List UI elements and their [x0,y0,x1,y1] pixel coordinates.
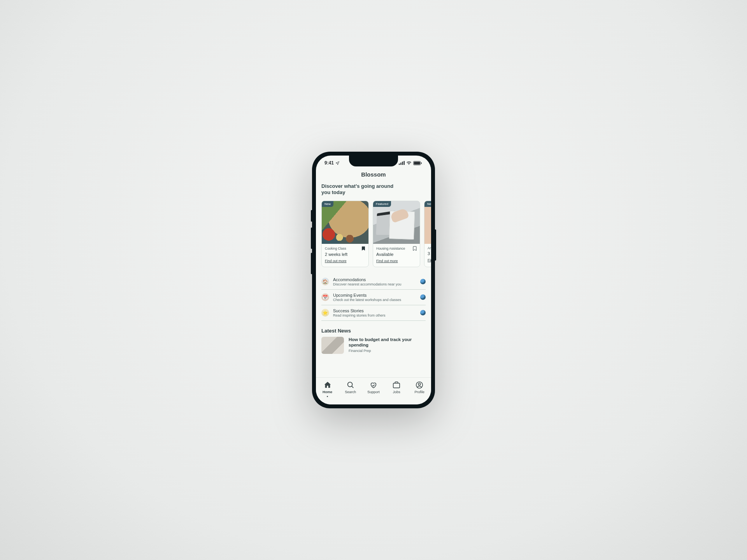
svg-line-8 [352,386,353,388]
tab-home[interactable]: Home [318,381,337,397]
profile-icon [415,381,424,389]
tab-label: Support [367,390,380,394]
news-image [321,337,344,354]
featured-carousel[interactable]: New Cooking Class 2 weeks left Find out … [321,201,431,267]
tab-search[interactable]: Search [341,381,360,394]
card-label: Housing Assistance [376,247,405,250]
phone-frame: 9:41 Blossom Discover what's going aroun… [312,152,435,408]
svg-rect-3 [404,161,405,165]
news-category: Financial Prep [349,349,426,353]
content[interactable]: Blossom Discover what's going around you… [316,170,431,377]
news-title: How to budget and track your spending [349,337,426,348]
svg-rect-5 [414,161,420,164]
tab-label: Search [345,390,356,394]
heart-hands-icon [369,381,378,389]
wifi-icon [406,161,412,165]
link-title: Accommodations [333,277,416,282]
card-label: Cooking Class [325,247,346,250]
bookmark-icon[interactable] [413,246,417,251]
svg-rect-0 [399,164,400,165]
tab-jobs[interactable]: Jobs [387,381,406,394]
link-subtitle: Read inspiring stories from others [333,313,416,317]
link-title: Success Stories [333,308,416,313]
latest-news-heading: Latest News [321,328,426,334]
link-success-stories[interactable]: ⭐ Success Stories Read inspiring stories… [321,305,426,321]
globe-icon [420,279,426,284]
search-icon [346,381,355,389]
house-icon: 🏠 [321,278,329,285]
news-item[interactable]: How to budget and track your spending Fi… [321,337,426,354]
calendar-icon: 📅 [321,293,329,301]
star-icon: ⭐ [321,309,329,317]
svg-point-7 [347,382,352,387]
link-title: Upcoming Events [333,293,416,298]
link-subtitle: Discover nearest accommodations near you [333,282,416,286]
tab-support[interactable]: Support [364,381,383,394]
tab-label: Home [323,390,332,394]
svg-rect-6 [421,162,422,164]
battery-icon [413,161,422,165]
notch [349,156,398,166]
svg-rect-9 [393,383,400,388]
briefcase-icon [392,381,401,389]
discover-subtitle: Discover what's going around you today [321,183,395,196]
active-dot [327,396,328,397]
card-badge: Featured [373,201,391,207]
card-badge: New [424,201,431,207]
link-subtitle: Check out the latest workshops and class… [333,298,416,302]
card-art[interactable]: New Art 3 w Fin [424,201,431,267]
tab-profile[interactable]: Profile [410,381,429,394]
card-link[interactable]: Find out more [325,259,347,263]
bookmark-icon[interactable] [361,246,365,251]
home-icon [323,381,332,389]
card-status: Available [376,252,417,257]
card-status: 2 weeks left [325,252,365,257]
tab-label: Profile [415,390,425,394]
tab-bar: Home Search Support Jobs Profile [316,377,431,404]
card-housing-assistance[interactable]: Featured Housing Assistance Available Fi… [373,201,420,267]
tab-label: Jobs [393,390,400,394]
card-image: Featured [373,201,420,244]
svg-rect-2 [402,162,403,165]
card-status: 3 w [428,251,431,256]
quick-links: 🏠 Accommodations Discover nearest accomm… [321,274,426,321]
globe-icon [420,310,426,315]
svg-rect-1 [400,163,402,165]
card-link[interactable]: Find out more [376,259,398,263]
card-label: Art [428,246,431,250]
link-upcoming-events[interactable]: 📅 Upcoming Events Check out the latest w… [321,290,426,305]
card-image: New [424,201,431,244]
card-link[interactable]: Fin [428,258,431,262]
svg-point-11 [419,383,421,385]
cellular-icon [399,161,405,165]
card-badge: New [322,201,333,207]
screen: 9:41 Blossom Discover what's going aroun… [316,156,431,404]
status-time: 9:41 [324,160,334,166]
card-cooking-class[interactable]: New Cooking Class 2 weeks left Find out … [321,201,369,267]
card-image: New [322,201,368,244]
app-title: Blossom [321,171,426,178]
location-arrow-icon [335,161,340,165]
link-accommodations[interactable]: 🏠 Accommodations Discover nearest accomm… [321,274,426,290]
globe-icon [420,294,426,300]
